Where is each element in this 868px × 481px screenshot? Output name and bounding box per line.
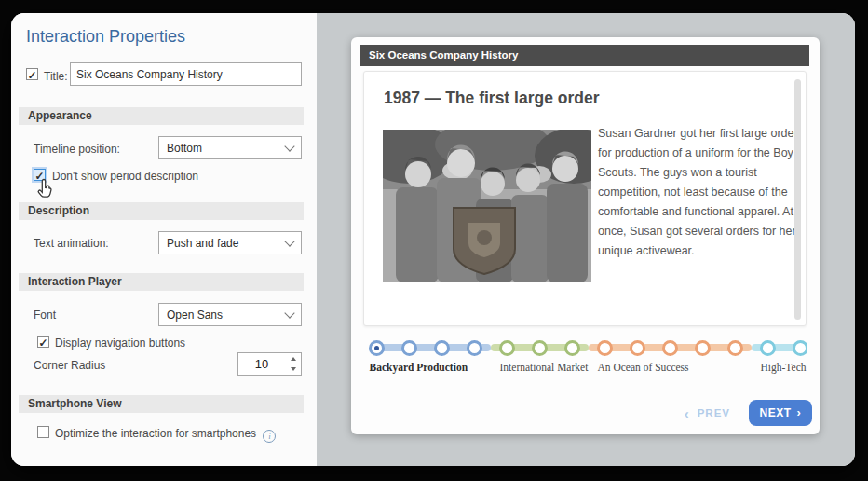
timeline-point[interactable] xyxy=(760,340,776,356)
preview-title-bar: Six Oceans Company History xyxy=(360,45,809,66)
timeline-point[interactable] xyxy=(662,340,678,356)
chevron-right-icon: › xyxy=(797,405,802,419)
triangle-up-icon xyxy=(291,357,296,361)
chevron-down-icon xyxy=(284,308,294,318)
check-icon: ✓ xyxy=(27,69,36,82)
scrollbar[interactable] xyxy=(794,79,801,320)
period-description: Susan Gardner got her first large order … xyxy=(598,124,799,261)
history-photo xyxy=(383,130,591,282)
preview-nav: ‹ PREV NEXT › xyxy=(685,400,812,426)
info-icon[interactable]: i xyxy=(263,430,276,443)
corner-radius-stepper[interactable] xyxy=(237,352,302,376)
font-label: Font xyxy=(34,309,56,322)
prev-button[interactable]: ‹ PREV xyxy=(685,405,730,421)
font-value: Open Sans xyxy=(167,309,286,322)
stepper-up-button[interactable] xyxy=(285,353,301,364)
timeline-point[interactable] xyxy=(564,340,580,356)
timeline-label[interactable]: International Market xyxy=(500,362,589,373)
timeline-point[interactable] xyxy=(369,340,385,356)
dont-show-description-label: Don't show period description xyxy=(52,170,198,183)
timeline-point[interactable] xyxy=(793,340,807,356)
period-heading: 1987 — The first large order xyxy=(384,89,599,108)
timeline-strip[interactable]: Backyard ProductionInternational MarketA… xyxy=(365,331,807,387)
timeline-label[interactable]: Backyard Production xyxy=(370,362,468,373)
panel-title: Interaction Properties xyxy=(26,27,185,47)
timeline-point[interactable] xyxy=(499,340,515,356)
timeline-point[interactable] xyxy=(434,340,450,356)
timeline-selected-dot xyxy=(374,346,379,350)
preview-area: Six Oceans Company History 1987 — The fi… xyxy=(317,13,855,466)
title-input[interactable] xyxy=(70,62,302,86)
properties-panel: Interaction Properties ✓ Title: Appearan… xyxy=(11,13,317,466)
check-icon: ✓ xyxy=(38,337,47,350)
chevron-down-icon xyxy=(284,141,294,151)
next-button[interactable]: NEXT › xyxy=(749,400,812,426)
corner-radius-input[interactable] xyxy=(238,353,285,375)
timeline-point[interactable] xyxy=(597,340,613,356)
optimize-smartphones-label: Optimize the interaction for smartphones… xyxy=(55,427,276,443)
section-description: Description xyxy=(19,202,304,220)
timeline-point[interactable] xyxy=(630,340,645,356)
text-animation-select[interactable]: Push and fade xyxy=(158,231,302,254)
display-nav-buttons-checkbox[interactable]: ✓ xyxy=(37,336,49,348)
chevron-left-icon: ‹ xyxy=(685,405,690,421)
prev-button-label: PREV xyxy=(698,407,730,419)
app-window: Interaction Properties ✓ Title: Appearan… xyxy=(11,13,855,466)
timeline-point[interactable] xyxy=(401,340,417,356)
timeline-point[interactable] xyxy=(727,340,743,356)
timeline-label[interactable]: High-Tech Fa xyxy=(761,362,807,373)
timeline-label[interactable]: An Ocean of Success xyxy=(598,362,689,373)
text-animation-label: Text animation: xyxy=(34,237,109,250)
chevron-down-icon xyxy=(284,236,294,246)
section-interaction-player: Interaction Player xyxy=(19,273,304,291)
timeline-position-select[interactable]: Bottom xyxy=(158,136,302,159)
timeline-point[interactable] xyxy=(695,340,711,356)
next-button-label: NEXT xyxy=(760,406,792,419)
section-smartphone-view: Smartphone View xyxy=(19,395,304,413)
display-nav-buttons-label: Display navigation buttons xyxy=(55,337,185,350)
optimize-smartphones-checkbox[interactable]: ✓ xyxy=(37,426,49,438)
optimize-smartphones-text: Optimize the interaction for smartphones xyxy=(55,427,256,440)
section-appearance: Appearance xyxy=(19,107,304,125)
interaction-preview-window: Six Oceans Company History 1987 — The fi… xyxy=(351,37,820,434)
text-animation-value: Push and fade xyxy=(167,237,286,250)
title-label: Title: xyxy=(44,70,68,83)
title-checkbox[interactable]: ✓ xyxy=(26,68,38,80)
timeline-position-value: Bottom xyxy=(167,142,286,155)
triangle-down-icon xyxy=(291,367,296,371)
corner-radius-label: Corner Radius xyxy=(34,359,105,372)
hand-cursor-icon xyxy=(35,177,58,203)
stepper-down-button[interactable] xyxy=(285,364,301,376)
period-card: 1987 — The first large order xyxy=(363,71,807,326)
timeline-position-label: Timeline position: xyxy=(34,143,120,156)
timeline-point[interactable] xyxy=(532,340,548,356)
timeline-point[interactable] xyxy=(467,340,482,356)
font-select[interactable]: Open Sans xyxy=(158,303,302,326)
